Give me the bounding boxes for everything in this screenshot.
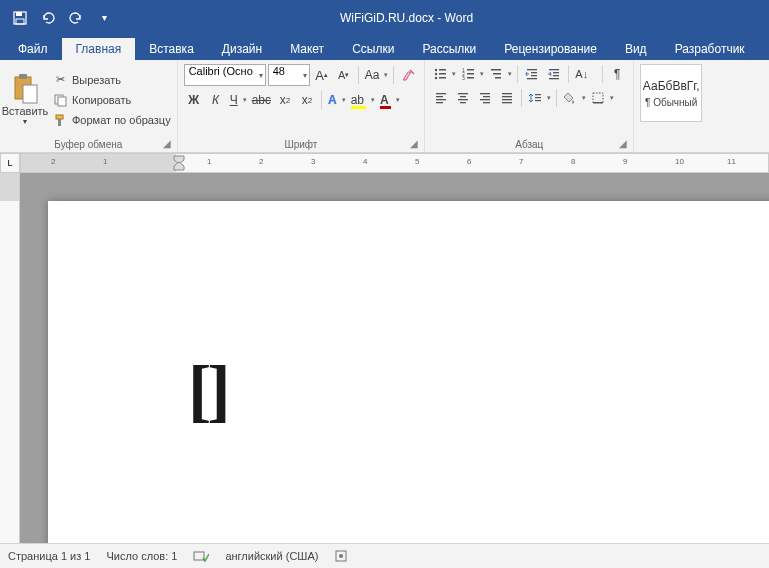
horizontal-ruler[interactable]: 211234567891011 [20,153,769,173]
style-normal[interactable]: АаБбВвГг, ¶ Обычный [640,64,702,122]
document-area[interactable] [20,173,769,543]
format-painter-button[interactable]: Формат по образцу [50,111,173,129]
copy-button[interactable]: Копировать [50,91,173,109]
ruler-mark: 10 [675,157,684,166]
svg-point-12 [435,73,437,75]
title-bar: ▾ WiFiGiD.RU.docx - Word [0,0,769,35]
svg-rect-22 [491,69,501,71]
ruler-mark: 5 [415,157,419,166]
tab-view[interactable]: Вид [611,38,661,60]
paragraph-dialog-launcher[interactable]: ◢ [617,138,629,150]
superscript-button[interactable]: x2 [297,90,317,110]
bullets-button[interactable]: ▾ [431,64,457,84]
tab-review[interactable]: Рецензирование [490,38,611,60]
save-button[interactable] [8,6,32,30]
group-clipboard: Вставить ▾ ✂ Вырезать Копировать [0,60,178,152]
highlight-swatch [351,106,366,109]
svg-rect-38 [460,96,466,97]
svg-rect-24 [495,77,501,79]
indent-marker[interactable] [173,154,183,172]
align-left-button[interactable] [431,88,451,108]
undo-button[interactable] [36,6,60,30]
font-color-button[interactable]: A ▾ [378,90,401,110]
svg-point-10 [435,69,437,71]
text-effects-button[interactable]: A▾ [326,90,347,110]
ribbon-tabs: Файл Главная Вставка Дизайн Макет Ссылки… [0,35,769,60]
tab-home[interactable]: Главная [62,38,136,60]
svg-rect-36 [436,102,443,103]
word-count[interactable]: Число слов: 1 [106,550,177,562]
svg-rect-4 [19,74,27,79]
copy-icon [52,92,68,108]
decrease-indent-button[interactable] [522,64,542,84]
vertical-ruler[interactable] [0,173,20,543]
svg-rect-1 [16,12,22,16]
highlight-button[interactable]: ab ▾ [349,90,376,110]
svg-point-14 [435,77,437,79]
font-dialog-launcher[interactable]: ◢ [408,138,420,150]
svg-rect-13 [439,73,446,75]
tab-file[interactable]: Файл [4,38,62,60]
tab-insert[interactable]: Вставка [135,38,208,60]
svg-rect-7 [58,97,66,106]
font-size-select[interactable]: 48▾ [268,64,310,86]
svg-rect-17 [467,69,474,71]
ruler-tab-selector[interactable]: L [0,153,20,173]
align-right-button[interactable] [475,88,495,108]
align-center-button[interactable] [453,88,473,108]
strikethrough-button[interactable]: abc [250,90,273,110]
svg-rect-21 [467,77,474,79]
clear-formatting-button[interactable] [398,65,418,85]
font-name-select[interactable]: Calibri (Осно▾ [184,64,266,86]
font-group-label: Шрифт ◢ [182,137,421,152]
multilevel-list-button[interactable]: ▾ [487,64,513,84]
page-indicator[interactable]: Страница 1 из 1 [8,550,90,562]
qat-customize[interactable]: ▾ [92,6,116,30]
clipboard-dialog-launcher[interactable]: ◢ [161,138,173,150]
page[interactable] [48,201,769,543]
bold-button[interactable]: Ж [184,90,204,110]
tab-references[interactable]: Ссылки [338,38,408,60]
tab-mailings[interactable]: Рассылки [408,38,490,60]
svg-rect-29 [549,69,559,70]
paste-label: Вставить [2,105,49,117]
cut-button[interactable]: ✂ Вырезать [50,71,173,89]
grow-font-button[interactable]: A▴ [312,65,332,85]
change-case-button[interactable]: Aa▾ [363,65,390,85]
svg-rect-39 [458,99,468,100]
sort-button[interactable]: A↓ [573,64,598,84]
show-marks-button[interactable]: ¶ [607,64,627,84]
svg-rect-32 [549,78,559,79]
svg-rect-45 [502,93,512,94]
svg-rect-54 [194,552,204,560]
line-spacing-button[interactable]: ▾ [526,88,552,108]
svg-rect-28 [527,78,537,79]
italic-button[interactable]: К [206,90,226,110]
increase-indent-button[interactable] [544,64,564,84]
tab-developer[interactable]: Разработчик [661,38,759,60]
paste-button[interactable]: Вставить ▾ [4,62,46,137]
svg-rect-25 [527,69,537,70]
style-preview-text: АаБбВвГг, [643,79,700,93]
subscript-button[interactable]: x2 [275,90,295,110]
justify-button[interactable] [497,88,517,108]
borders-button[interactable]: ▾ [589,88,615,108]
shading-button[interactable]: ▾ [561,88,587,108]
shrink-font-button[interactable]: A▾ [334,65,354,85]
redo-button[interactable] [64,6,88,30]
svg-rect-43 [480,99,490,100]
svg-rect-47 [502,99,512,100]
numbering-button[interactable]: 123 ▾ [459,64,485,84]
tab-design[interactable]: Дизайн [208,38,276,60]
underline-button[interactable]: Ч▾ [228,90,248,110]
svg-rect-34 [436,96,443,97]
ruler-mark: 11 [727,157,736,166]
spellcheck-button[interactable] [193,549,209,563]
language-indicator[interactable]: английский (США) [225,550,318,562]
svg-rect-30 [553,72,559,73]
tab-layout[interactable]: Макет [276,38,338,60]
scissors-icon: ✂ [52,72,68,88]
cut-label: Вырезать [72,74,121,86]
style-name: ¶ Обычный [645,97,697,108]
macro-record-button[interactable] [334,549,348,563]
